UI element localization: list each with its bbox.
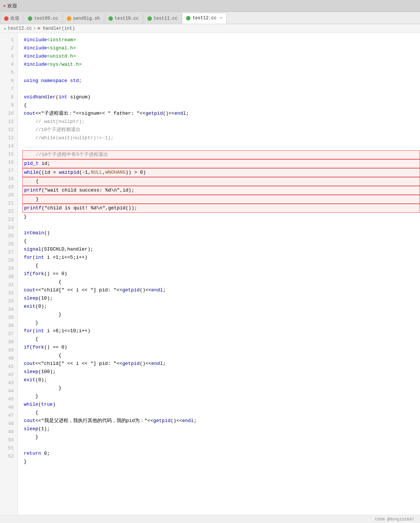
tab-label: test11.cc [154,16,178,21]
line-number: 30 [0,273,17,281]
tab-icon [108,16,113,21]
line-number: 32 [0,289,17,297]
code-line: } [24,384,420,392]
code-line: { [24,237,420,245]
line-number: 8 [0,93,17,101]
code-line: #include<unistd.h> [24,52,420,61]
code-line: //10个子进程中有5个子进程退出 [22,150,420,159]
breadcrumb: ⬥ test12.cc › ⊕ handler(int) [0,24,420,33]
line-number: 20 [0,191,17,199]
line-number: 45 [0,395,17,403]
line-number: 28 [0,256,17,265]
line-number: 48 [0,420,17,428]
tab-tab-test12[interactable]: test12.cc× [182,13,226,24]
tab-icon [147,16,152,21]
line-number: 47 [0,412,17,420]
line-number: 44 [0,387,17,395]
code-line [24,441,420,450]
line-number: 39 [0,346,17,354]
code-line: sleep(1); [24,425,420,433]
code-line: using namespace std; [24,77,420,85]
line-number: 37 [0,330,17,338]
line-number: 15 [0,150,17,158]
line-number: 34 [0,305,17,314]
line-number: 51 [0,444,17,452]
code-line: //while(wait(nullptr)!=-1); [24,134,420,142]
code-line: signal(SIGCHLD,handler); [24,245,420,254]
code-line: printf("child is quit! %d\n",getpid()); [22,204,420,213]
code-line: } [24,433,420,441]
line-number: 5 [0,69,17,77]
code-line: { [24,409,420,417]
line-number: 42 [0,371,17,379]
code-line: for(int i =6;i<=10;i++) [24,327,420,335]
breadcrumb-sep: › [33,26,36,31]
status-bar: CSDN @dong132697 [0,515,420,523]
code-line: } [24,311,420,319]
code-line [24,142,420,150]
tab-tab-test11[interactable]: test11.cc [143,13,182,24]
breadcrumb-file: test12.cc [8,26,32,31]
tab-tab-test10[interactable]: test10.cc [104,13,143,24]
title-bar-label: 欢迎 [7,3,17,9]
code-line: } [24,392,420,401]
code-line [24,221,420,229]
code-line: for(int i =1;i<=5;i++) [24,254,420,262]
code-line: cout<<"child[" << i << "] pid: "<<getpid… [24,286,420,294]
line-number: 26 [0,240,17,248]
line-number: 22 [0,207,17,216]
code-line [24,85,420,93]
line-number: 24 [0,224,17,232]
tab-tab-welcome[interactable]: 欢迎 [0,13,23,24]
code-content[interactable]: #include<iostream>#include<signal.h>#inc… [18,33,420,515]
tab-label: sendSig.sh [73,16,100,21]
code-line: void handler(int signum) [24,93,420,101]
line-number: 46 [0,403,17,412]
code-line: { [22,177,420,186]
code-line: printf("wait child success: %d\n",id); [22,186,420,195]
line-number: 10 [0,109,17,118]
tab-icon [186,16,191,20]
tab-tab-sendsig[interactable]: sendSig.sh [63,13,104,24]
line-number: 29 [0,265,17,273]
line-number: 40 [0,354,17,363]
code-line: } [24,319,420,327]
line-number: 14 [0,142,17,150]
code-line: //10个子进程都退出 [24,126,420,134]
line-number: 18 [0,175,17,183]
code-line: while(true) [24,401,420,409]
code-line: { [24,101,420,109]
breadcrumb-symbol: ⊕ handler(int) [38,26,75,31]
code-line: if(fork() == 0) [24,270,420,278]
line-number: 27 [0,248,17,256]
tab-close-button[interactable]: × [220,16,222,20]
code-line: // wait(nullptr); [24,118,420,126]
tab-icon [67,16,71,21]
line-number: 13 [0,134,17,142]
tab-label: test10.cc [115,16,139,21]
code-line: cout<<"子进程退出："<<signum<< " father: "<<ge… [24,109,420,118]
line-number: 25 [0,232,17,240]
line-number: 1 [0,36,17,44]
line-number: 33 [0,297,17,305]
code-line: int main() [24,229,420,237]
line-numbers: 1234567891011121314151617181920212223242… [0,33,18,515]
line-number: 17 [0,167,17,175]
tab-tab-test09[interactable]: test09.cc [24,13,62,24]
code-line: } [24,213,420,221]
line-number: 19 [0,183,17,191]
code-line: sleep(10); [24,294,420,303]
line-number: 50 [0,436,17,444]
line-number: 21 [0,199,17,207]
line-number: 41 [0,363,17,371]
code-line: { [24,262,420,270]
title-bar: ✕ 欢迎 [0,0,420,12]
code-line: cout<<"我是父进程，我执行其他的代码，我的pid为："<<getpid()… [24,417,420,425]
code-container: 1234567891011121314151617181920212223242… [0,33,420,515]
code-line: { [24,278,420,286]
code-line: exit(0); [24,376,420,384]
code-line: return 0; [24,450,420,458]
line-number: 31 [0,281,17,289]
code-line [24,69,420,77]
line-number: 11 [0,118,17,126]
